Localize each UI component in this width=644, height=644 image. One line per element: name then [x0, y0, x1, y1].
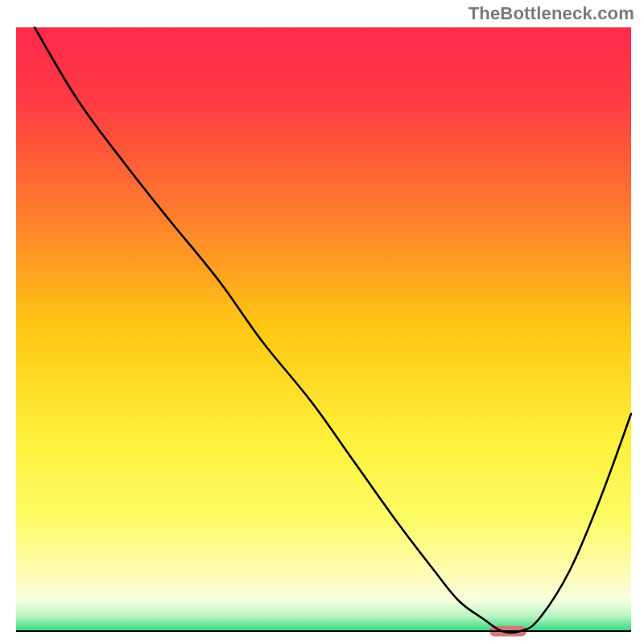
watermark-label: TheBottleneck.com [469, 3, 634, 24]
bottleneck-chart [0, 0, 644, 644]
plot-background [16, 27, 631, 631]
chart-container: TheBottleneck.com [0, 0, 644, 644]
